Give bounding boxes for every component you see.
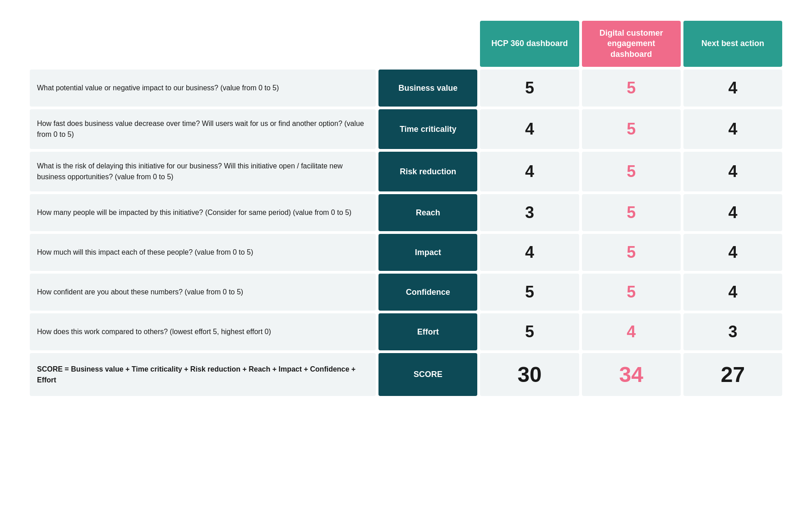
criteria-cell-6: Effort	[378, 313, 477, 350]
nba-value-2: 4	[683, 152, 782, 191]
table-row: How confident are you about these number…	[30, 274, 782, 311]
score-digital-value: 34	[582, 353, 681, 396]
score-criteria-cell: SCORE	[378, 353, 477, 396]
score-hcp-value: 30	[480, 353, 579, 396]
score-question-cell: SCORE = Business value + Time criticalit…	[30, 353, 376, 396]
question-cell-4: How much will this impact each of these …	[30, 234, 376, 271]
question-cell-0: What potential value or negative impact …	[30, 70, 376, 107]
header-question-col	[30, 21, 376, 67]
hcp-value-5: 5	[480, 274, 579, 311]
nba-value-3: 4	[683, 194, 782, 231]
question-cell-6: How does this work compared to others? (…	[30, 313, 376, 350]
table-row: What is the risk of delaying this initia…	[30, 152, 782, 191]
hcp-value-0: 5	[480, 70, 579, 107]
question-cell-3: How many people will be impacted by this…	[30, 194, 376, 231]
question-cell-5: How confident are you about these number…	[30, 274, 376, 311]
nba-value-1: 4	[683, 109, 782, 149]
question-cell-2: What is the risk of delaying this initia…	[30, 152, 376, 191]
digital-value-4: 5	[582, 234, 681, 271]
table-row: How does this work compared to others? (…	[30, 313, 782, 350]
criteria-cell-1: Time criticality	[378, 109, 477, 149]
score-nba-value: 27	[683, 353, 782, 396]
header-criteria-col	[378, 21, 477, 67]
digital-value-5: 5	[582, 274, 681, 311]
criteria-cell-4: Impact	[378, 234, 477, 271]
table-row: How much will this impact each of these …	[30, 234, 782, 271]
criteria-cell-2: Risk reduction	[378, 152, 477, 191]
hcp-value-3: 3	[480, 194, 579, 231]
digital-value-3: 5	[582, 194, 681, 231]
criteria-cell-5: Confidence	[378, 274, 477, 311]
hcp-value-1: 4	[480, 109, 579, 149]
criteria-cell-0: Business value	[378, 70, 477, 107]
nba-value-4: 4	[683, 234, 782, 271]
header-nba: Next best action	[683, 21, 782, 67]
digital-value-2: 5	[582, 152, 681, 191]
digital-value-0: 5	[582, 70, 681, 107]
score-row: SCORE = Business value + Time criticalit…	[30, 353, 782, 396]
criteria-cell-3: Reach	[378, 194, 477, 231]
scoring-table-wrapper: HCP 360 dashboard Digital customer engag…	[9, 9, 803, 408]
table-row: How fast does business value decrease ov…	[30, 109, 782, 149]
header-digital: Digital customer engagement dashboard	[582, 21, 681, 67]
table-row: What potential value or negative impact …	[30, 70, 782, 107]
hcp-value-6: 5	[480, 313, 579, 350]
table-row: How many people will be impacted by this…	[30, 194, 782, 231]
nba-value-5: 4	[683, 274, 782, 311]
digital-value-1: 5	[582, 109, 681, 149]
question-cell-1: How fast does business value decrease ov…	[30, 109, 376, 149]
digital-value-6: 4	[582, 313, 681, 350]
nba-value-0: 4	[683, 70, 782, 107]
hcp-value-2: 4	[480, 152, 579, 191]
nba-value-6: 3	[683, 313, 782, 350]
hcp-value-4: 4	[480, 234, 579, 271]
header-hcp: HCP 360 dashboard	[480, 21, 579, 67]
scoring-table: HCP 360 dashboard Digital customer engag…	[27, 18, 785, 399]
